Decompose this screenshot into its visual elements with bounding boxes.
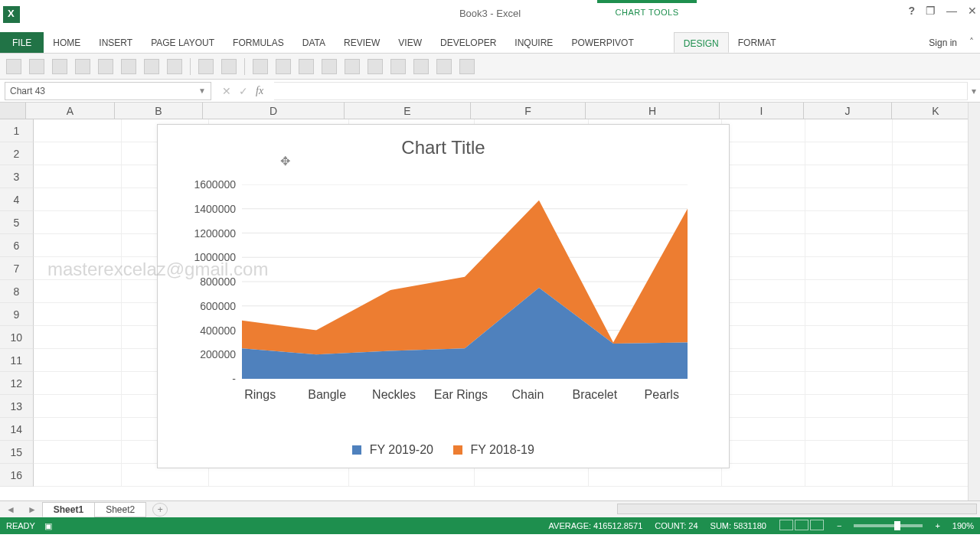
name-box[interactable]: Chart 43 ▼ — [5, 82, 211, 100]
zoom-level[interactable]: 190% — [952, 521, 974, 530]
tab-view[interactable]: VIEW — [389, 32, 431, 53]
cell[interactable] — [722, 303, 805, 326]
cell[interactable] — [722, 280, 805, 303]
row-header[interactable]: 13 — [0, 395, 34, 418]
qat-button[interactable] — [167, 59, 182, 74]
row-header[interactable]: 10 — [0, 326, 34, 349]
tab-format[interactable]: FORMAT — [729, 32, 786, 53]
row-header[interactable]: 12 — [0, 372, 34, 395]
cell[interactable] — [722, 234, 805, 257]
collapse-ribbon-icon[interactable]: ˄ — [969, 37, 974, 47]
cell[interactable] — [722, 326, 805, 349]
column-header[interactable]: A — [26, 103, 115, 119]
cell[interactable] — [722, 257, 805, 280]
cell[interactable] — [893, 188, 980, 211]
cell[interactable] — [34, 326, 122, 349]
cell[interactable] — [722, 418, 805, 441]
cell[interactable] — [34, 234, 122, 257]
tab-file[interactable]: FILE — [0, 32, 44, 53]
row-header[interactable]: 7 — [0, 257, 34, 280]
cell[interactable] — [34, 418, 122, 441]
qat-button[interactable] — [198, 59, 214, 74]
zoom-out-button[interactable]: − — [837, 521, 841, 530]
sheet-nav-next-icon[interactable]: ► — [21, 504, 43, 515]
cell[interactable] — [805, 372, 893, 395]
cell[interactable] — [722, 372, 805, 395]
cell[interactable] — [893, 165, 980, 188]
qat-button[interactable] — [221, 59, 237, 74]
chart-object[interactable]: Chart Title ✥ 16000001400000120000010000… — [157, 124, 730, 468]
tab-powerpivot[interactable]: POWERPIVOT — [562, 32, 642, 53]
formula-input[interactable] — [274, 82, 968, 100]
row-header[interactable]: 9 — [0, 303, 34, 326]
row-header[interactable]: 14 — [0, 418, 34, 441]
row-header[interactable]: 1 — [0, 119, 34, 142]
cell[interactable] — [722, 165, 805, 188]
cell[interactable] — [893, 257, 980, 280]
column-header[interactable]: K — [892, 103, 980, 119]
qat-button[interactable] — [52, 59, 67, 74]
qat-button[interactable] — [75, 59, 90, 74]
cell[interactable] — [34, 165, 122, 188]
legend[interactable]: FY 2019-20 FY 2018-19 — [158, 443, 729, 457]
cell[interactable] — [722, 349, 805, 372]
macro-record-icon[interactable]: ▣ — [44, 521, 52, 531]
cell[interactable] — [893, 441, 980, 464]
qat-button[interactable] — [345, 59, 360, 74]
cell[interactable] — [893, 418, 980, 441]
cell[interactable] — [805, 280, 893, 303]
row-header[interactable]: 6 — [0, 234, 34, 257]
enter-icon[interactable]: ✓ — [239, 85, 248, 97]
cell[interactable] — [805, 165, 893, 188]
tab-insert[interactable]: INSERT — [90, 32, 142, 53]
row-header[interactable]: 2 — [0, 142, 34, 165]
cell[interactable] — [34, 349, 122, 372]
column-header[interactable]: F — [471, 103, 586, 119]
cell[interactable] — [805, 418, 893, 441]
chevron-down-icon[interactable]: ▼ — [198, 86, 206, 95]
cell[interactable] — [805, 211, 893, 234]
cell[interactable] — [34, 142, 122, 165]
legend-item[interactable]: FY 2018-19 — [453, 443, 534, 457]
column-header[interactable]: D — [203, 103, 345, 119]
cell[interactable] — [722, 142, 805, 165]
cell[interactable] — [893, 280, 980, 303]
cell[interactable] — [893, 395, 980, 418]
cell[interactable] — [722, 464, 805, 487]
qat-button[interactable] — [368, 59, 383, 74]
save-icon[interactable] — [6, 59, 21, 74]
help-icon[interactable]: ? — [908, 5, 915, 17]
cell[interactable] — [805, 119, 893, 142]
qat-button[interactable] — [459, 59, 475, 74]
cell[interactable] — [805, 303, 893, 326]
cell[interactable] — [805, 395, 893, 418]
cell[interactable] — [722, 211, 805, 234]
cell[interactable] — [722, 441, 805, 464]
cell[interactable] — [34, 303, 122, 326]
cell[interactable] — [893, 119, 980, 142]
cell[interactable] — [893, 464, 980, 487]
cell[interactable] — [805, 441, 893, 464]
tab-page-layout[interactable]: PAGE LAYOUT — [142, 32, 224, 53]
qat-button[interactable] — [390, 59, 406, 74]
qat-button[interactable] — [322, 59, 337, 74]
horizontal-scrollbar[interactable] — [617, 504, 977, 514]
qat-button[interactable] — [299, 59, 314, 74]
cell[interactable] — [893, 234, 980, 257]
cell[interactable] — [805, 142, 893, 165]
cell[interactable] — [34, 464, 122, 487]
column-header[interactable]: J — [804, 103, 892, 119]
chart-title[interactable]: Chart Title — [158, 137, 729, 158]
area-series-2[interactable] — [242, 201, 688, 355]
cell[interactable] — [805, 188, 893, 211]
plot-area[interactable] — [242, 184, 688, 379]
tab-developer[interactable]: DEVELOPER — [431, 32, 505, 53]
column-header[interactable]: H — [586, 103, 720, 119]
cell[interactable] — [893, 142, 980, 165]
column-header[interactable]: I — [720, 103, 804, 119]
zoom-slider[interactable] — [854, 524, 923, 527]
qat-button[interactable] — [29, 59, 44, 74]
qat-button[interactable] — [276, 59, 291, 74]
expand-formula-icon[interactable]: ▾ — [968, 86, 980, 96]
cell[interactable] — [805, 349, 893, 372]
